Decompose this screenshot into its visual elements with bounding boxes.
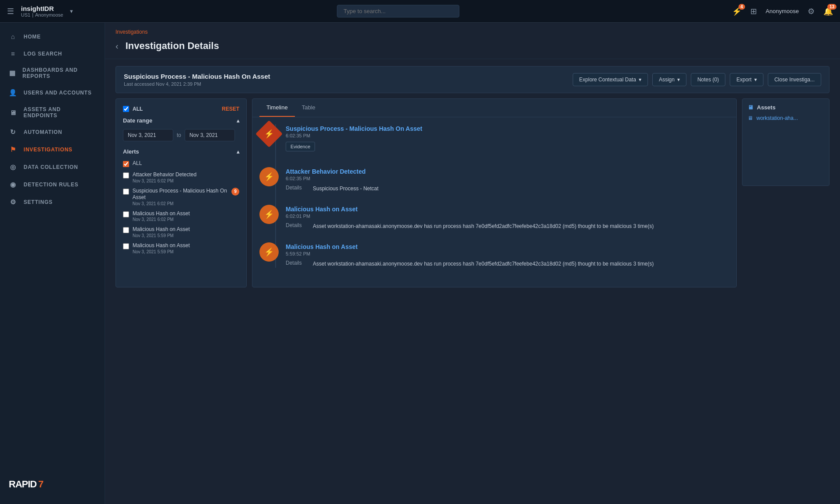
alert-filter-item: Malicious Hash on Asset Nov 3, 2021 5:59… <box>123 226 239 238</box>
dashboards-icon: ▦ <box>9 69 16 77</box>
sidebar-item-detection-rules[interactable]: ◉ DETECTION RULES <box>0 176 105 193</box>
filter-all-label[interactable]: ALL <box>123 106 143 112</box>
grid-icon-button[interactable]: ⊞ <box>750 7 757 16</box>
assign-button[interactable]: Assign <box>652 73 686 86</box>
grid-icon: ⊞ <box>750 7 757 16</box>
settings-button[interactable]: ⚙ <box>808 7 815 16</box>
filter-all-checkbox[interactable] <box>123 106 129 112</box>
logo-text: RAPID <box>9 479 36 490</box>
evidence-button-0[interactable]: Evidence <box>286 142 315 151</box>
sidebar-label-log-search: LOG SEARCH <box>24 51 62 57</box>
breadcrumb[interactable]: Investigations <box>105 23 840 37</box>
event-time-2: 6:02:01 PM <box>286 214 729 219</box>
asset-name: workstation-aha... <box>756 115 798 121</box>
event-title-3[interactable]: Malicious Hash on Asset <box>286 243 729 250</box>
content-area: ALL RESET Date range to <box>116 98 830 287</box>
alert-item-name-4: Malicious Hash on Asset <box>133 242 190 249</box>
alert-all-label: ALL <box>133 160 142 167</box>
event-time-1: 6:02:35 PM <box>286 176 729 181</box>
event-title-0[interactable]: Suspicious Process - Malicious Hash On A… <box>286 125 729 132</box>
timeline-content: ⚡ Suspicious Process - Malicious Hash On… <box>252 117 736 287</box>
alert-item-name-3: Malicious Hash on Asset <box>133 226 190 233</box>
sidebar-item-automation[interactable]: ↻ AUTOMATION <box>0 123 105 141</box>
settings-icon: ⚙ <box>9 198 18 206</box>
event-circle-icon-2: ⚡ <box>259 205 279 224</box>
alert-checkbox-0[interactable] <box>123 172 129 178</box>
filter-reset-button[interactable]: RESET <box>222 106 239 112</box>
alert-filter-item: Malicious Hash on Asset Nov 3, 2021 5:59… <box>123 242 239 254</box>
close-investigation-button[interactable]: Close Investiga... <box>768 73 821 86</box>
lightning-icon-1: ⚡ <box>264 172 274 182</box>
alert-checkbox-1[interactable] <box>123 189 129 195</box>
investigation-subtitle: Last accessed Nov 4, 2021 2:39 PM <box>124 81 270 87</box>
brand-dropdown-icon[interactable]: ▾ <box>70 8 73 14</box>
alert-checkbox-3[interactable] <box>123 227 129 233</box>
sidebar-item-home[interactable]: ⌂ HOME <box>0 28 105 45</box>
sidebar-label-automation: AUTOMATION <box>24 129 62 135</box>
sidebar-item-data-collection[interactable]: ◎ DATA COLLECTION <box>0 158 105 176</box>
date-range-header[interactable]: Date range <box>123 117 239 124</box>
nav-actions: ⚡ 4 ⊞ Anonymoose ⚙ 🔔 13 <box>732 7 833 16</box>
back-button[interactable]: ‹ <box>116 41 119 51</box>
alert-item-content-3: Malicious Hash on Asset Nov 3, 2021 5:59… <box>133 226 190 238</box>
sidebar-item-dashboards[interactable]: ▦ DASHBOARDS AND REPORTS <box>0 62 105 84</box>
date-from-input[interactable] <box>123 129 173 141</box>
sidebar-label-data-collection: DATA COLLECTION <box>24 164 78 170</box>
sidebar-item-log-search[interactable]: ≡ LOG SEARCH <box>0 45 105 62</box>
asset-workstation-item[interactable]: 🖥 workstation-aha... <box>748 115 824 121</box>
alerts-button[interactable]: ⚡ 4 <box>732 7 742 16</box>
main-content: Investigations ‹ Investigation Details S… <box>105 23 840 504</box>
event-detail-row-1: Details Suspicious Process - Netcat <box>286 185 729 192</box>
sidebar-label-settings: SETTINGS <box>24 199 52 205</box>
assets-label: Assets <box>757 104 776 111</box>
alert-all-checkbox[interactable] <box>123 161 129 167</box>
timeline-event-2: ⚡ Attacker Behavior Detected 6:02:35 PM … <box>259 167 729 192</box>
hamburger-menu[interactable]: ☰ <box>7 7 14 16</box>
alert-item-date-3: Nov 3, 2021 5:59 PM <box>133 233 190 238</box>
alerts-header[interactable]: Alerts <box>123 148 239 155</box>
event-detail-row-2: Details Asset workstation-ahamasaki.anon… <box>286 222 729 230</box>
event-title-1[interactable]: Attacker Behavior Detected <box>286 168 729 175</box>
alert-item-date-0: Nov 3, 2021 6:02 PM <box>133 178 196 183</box>
alert-item-content-1: Suspicious Process - Malicious Hash On A… <box>133 188 239 206</box>
sidebar-item-investigations[interactable]: ⚑ INVESTIGATIONS <box>0 141 105 158</box>
explore-contextual-data-button[interactable]: Explore Contextual Data <box>573 73 648 86</box>
investigation-title-group: Suspicious Process - Malicious Hash On A… <box>124 73 270 87</box>
sidebar-item-settings[interactable]: ⚙ SETTINGS <box>0 193 105 211</box>
notes-button[interactable]: Notes (0) <box>691 73 725 86</box>
alert-filter-all: ALL <box>123 160 239 167</box>
tab-table[interactable]: Table <box>295 99 322 117</box>
event-body-2: Malicious Hash on Asset 6:02:01 PM Detai… <box>286 205 729 230</box>
home-icon: ⌂ <box>9 33 18 40</box>
sidebar: ⌂ HOME ≡ LOG SEARCH ▦ DASHBOARDS AND REP… <box>0 23 105 504</box>
date-to-input[interactable] <box>185 129 235 141</box>
alert-item-content-2: Malicious Hash on Asset Nov 3, 2021 6:02… <box>133 210 190 222</box>
search-input[interactable] <box>337 5 459 18</box>
alert-item-name-0: Attacker Behavior Detected <box>133 172 196 178</box>
sidebar-item-assets[interactable]: 🖥 ASSETS AND ENDPOINTS <box>0 102 105 123</box>
alert-checkbox-2[interactable] <box>123 211 129 217</box>
alert-item-date-4: Nov 3, 2021 5:59 PM <box>133 249 190 254</box>
sidebar-label-dashboards: DASHBOARDS AND REPORTS <box>22 67 96 79</box>
alert-filter-item: Suspicious Process - Malicious Hash On A… <box>123 188 239 206</box>
assets-header: 🖥 Assets <box>748 104 824 111</box>
lightning-icon-2: ⚡ <box>264 210 274 219</box>
page-header: ‹ Investigation Details <box>105 37 840 59</box>
alert-checkbox-4[interactable] <box>123 243 129 249</box>
export-button[interactable]: Export <box>730 73 763 86</box>
gear-icon: ⚙ <box>808 7 815 16</box>
assets-panel: 🖥 Assets 🖥 workstation-aha... <box>742 98 830 186</box>
assets-icon: 🖥 <box>9 109 18 116</box>
date-to-separator: to <box>177 132 181 138</box>
automation-icon: ↻ <box>9 128 18 136</box>
sidebar-item-users[interactable]: 👤 USERS AND ACCOUNTS <box>0 84 105 102</box>
explore-dropdown-icon <box>639 77 641 83</box>
notifications-button[interactable]: 🔔 13 <box>823 7 833 16</box>
event-title-2[interactable]: Malicious Hash on Asset <box>286 206 729 213</box>
timeline-event-3: ⚡ Malicious Hash on Asset 6:02:01 PM Det… <box>259 205 729 230</box>
tab-timeline[interactable]: Timeline <box>259 99 295 117</box>
event-time-3: 5:59:52 PM <box>286 251 729 256</box>
search-container <box>337 5 459 18</box>
alert-item-name-1: Suspicious Process - Malicious Hash On A… <box>133 188 239 201</box>
alert-filter-item: Malicious Hash on Asset Nov 3, 2021 6:02… <box>123 210 239 222</box>
